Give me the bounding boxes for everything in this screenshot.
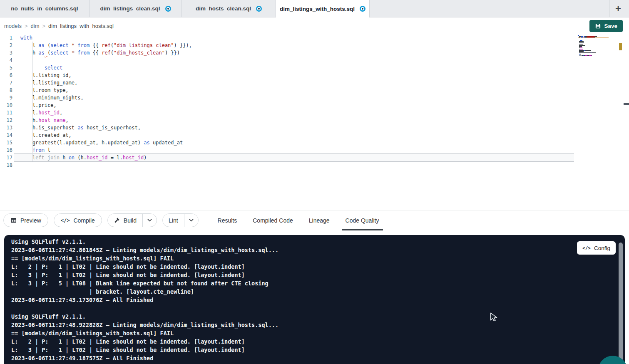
tab-label: dim_listings_clean.sql bbox=[100, 5, 160, 12]
line-number: 8 bbox=[0, 87, 12, 94]
terminal-line: L: 2 | P: 1 | LT02 | Line should not be … bbox=[11, 337, 278, 346]
code-text: l.room_type, bbox=[20, 87, 69, 93]
code-line[interactable]: 7 l.listing_name, bbox=[0, 79, 192, 87]
code-text: l.price, bbox=[20, 102, 57, 108]
tab-compiled-code[interactable]: Compiled Code bbox=[253, 210, 293, 230]
line-number: 3 bbox=[0, 49, 12, 57]
tab-label: dim_hosts_clean.sql bbox=[196, 5, 251, 12]
code-text: from l bbox=[20, 147, 50, 153]
tab-strip-separator bbox=[609, 0, 610, 17]
minimap[interactable] bbox=[578, 35, 609, 57]
breadcrumb-dim[interactable]: dim bbox=[31, 23, 40, 29]
code-text: l.listing_id, bbox=[20, 72, 72, 78]
chevron-down-icon bbox=[147, 218, 152, 223]
code-line[interactable]: 12 h.host_name, bbox=[0, 116, 192, 124]
code-icon: </> bbox=[582, 245, 591, 251]
code-line[interactable]: 15 greatest(l.updated_at, h.updated_at) … bbox=[0, 139, 192, 146]
tab-results[interactable]: Results bbox=[218, 210, 237, 230]
line-number: 14 bbox=[0, 131, 12, 139]
line-number: 7 bbox=[0, 79, 12, 87]
code-editor[interactable]: 1with2 l as (select * from {{ ref("dim_l… bbox=[0, 34, 629, 210]
code-line[interactable]: 6 l.listing_id, bbox=[0, 72, 192, 79]
build-label: Build bbox=[124, 217, 137, 224]
breadcrumb-models[interactable]: models bbox=[4, 23, 22, 29]
code-text: l.host_id, bbox=[20, 110, 62, 116]
editor-tab-bar: no_nulls_in_columns.sql dim_listings_cle… bbox=[0, 0, 629, 17]
line-number: 15 bbox=[0, 139, 12, 146]
line-number: 4 bbox=[0, 57, 12, 64]
terminal-line: Using SQLFluff v2.1.1. bbox=[11, 238, 278, 246]
plus-icon: + bbox=[615, 3, 621, 15]
code-line[interactable]: 16 from l bbox=[0, 146, 192, 154]
code-icon: </> bbox=[61, 218, 70, 223]
code-line[interactable]: 4 bbox=[0, 57, 192, 64]
code-text: left join h on (h.host_id = l.host_id) bbox=[20, 155, 147, 161]
lint-button[interactable]: Lint bbox=[163, 214, 184, 227]
terminal-line: Using SQLFluff v2.1.1. bbox=[11, 312, 278, 321]
panel-tabs: Results Compiled Code Lineage Code Quali… bbox=[218, 210, 379, 230]
code-text: h as (select * from {{ ref("dim_hosts_cl… bbox=[20, 50, 180, 56]
floppy-disk-icon bbox=[595, 23, 601, 29]
code-line[interactable]: 17 left join h on (h.host_id = l.host_id… bbox=[0, 154, 192, 161]
code-line[interactable]: 9 l.minimum_nights, bbox=[0, 94, 192, 102]
tab-code-quality[interactable]: Code Quality bbox=[346, 210, 379, 230]
code-line[interactable]: 2 l as (select * from {{ ref("dim_listin… bbox=[0, 42, 192, 49]
terminal-line: == [models/dim/dim_listings_with_hosts.s… bbox=[11, 254, 278, 262]
save-button[interactable]: Save bbox=[589, 20, 623, 32]
terminal-line: L: 3 | P: 1 | LT02 | Line should not be … bbox=[11, 346, 278, 354]
code-line[interactable]: 14 l.created_at, bbox=[0, 131, 192, 139]
config-button[interactable]: </> Config bbox=[577, 241, 616, 255]
code-text: greatest(l.updated_at, h.updated_at) as … bbox=[20, 140, 183, 146]
code-line[interactable]: 10 l.price, bbox=[0, 102, 192, 109]
line-number: 11 bbox=[0, 109, 12, 116]
code-line[interactable]: 18 bbox=[0, 161, 192, 169]
terminal-scrollbar[interactable] bbox=[619, 243, 623, 361]
terminal-line: L: 3 | P: 1 | LT02 | Line should not be … bbox=[11, 271, 278, 279]
code-text: l.created_at, bbox=[20, 132, 72, 138]
code-text: h.is_superhost as host_is_superhost, bbox=[20, 125, 141, 131]
breadcrumb-file: dim_listings_with_hosts.sql bbox=[48, 23, 114, 29]
code-line[interactable]: 11 l.host_id, bbox=[0, 109, 192, 116]
line-number: 1 bbox=[0, 34, 12, 42]
code-line[interactable]: 3 h as (select * from {{ ref("dim_hosts_… bbox=[0, 49, 192, 57]
modified-dot-icon bbox=[360, 6, 365, 12]
action-bar: Preview </> Compile Build Lint bbox=[0, 210, 629, 230]
tab-dim-hosts-clean[interactable]: dim_hosts_clean.sql bbox=[182, 0, 276, 17]
terminal-line: 2023-06-06T11:27:43.173076Z — All Finish… bbox=[11, 296, 278, 304]
line-number: 5 bbox=[0, 64, 12, 72]
overview-warning-marker bbox=[619, 43, 622, 50]
line-number: 12 bbox=[0, 116, 12, 124]
build-dropdown-button[interactable] bbox=[142, 214, 157, 227]
compile-label: Compile bbox=[73, 217, 94, 224]
lint-output-terminal: Using SQLFluff v2.1.1.2023-06-06T11:27:4… bbox=[4, 235, 625, 364]
line-number: 18 bbox=[0, 161, 12, 169]
hammer-icon bbox=[114, 217, 120, 223]
line-number: 16 bbox=[0, 146, 12, 154]
new-tab-button[interactable]: + bbox=[612, 2, 625, 15]
code-text: l.minimum_nights, bbox=[20, 95, 84, 101]
chevron-right-icon: > bbox=[42, 23, 45, 29]
build-button[interactable]: Build bbox=[108, 214, 142, 227]
tab-dim-listings-with-hosts[interactable]: dim_listings_with_hosts.sql bbox=[276, 0, 370, 17]
compile-button[interactable]: </> Compile bbox=[54, 213, 102, 227]
code-text: h.host_name, bbox=[20, 117, 69, 123]
overview-ruler bbox=[623, 34, 623, 210]
modified-dot-icon bbox=[165, 6, 171, 12]
lint-dropdown-button[interactable] bbox=[184, 214, 198, 227]
breadcrumb: models > dim > dim_listings_with_hosts.s… bbox=[4, 17, 114, 34]
preview-button[interactable]: Preview bbox=[3, 213, 48, 227]
code-line[interactable]: 5 select bbox=[0, 64, 192, 72]
code-text: l as (select * from {{ ref("dim_listings… bbox=[20, 42, 192, 48]
tab-no-nulls-in-columns[interactable]: no_nulls_in_columns.sql bbox=[0, 0, 90, 17]
code-line[interactable]: 8 l.room_type, bbox=[0, 87, 192, 94]
terminal-line: L: 3 | P: 5 | LT08 | Blank line expected… bbox=[11, 279, 278, 287]
code-line[interactable]: 13 h.is_superhost as host_is_superhost, bbox=[0, 124, 192, 131]
scroll-position-marker[interactable] bbox=[624, 103, 629, 105]
tab-lineage[interactable]: Lineage bbox=[309, 210, 330, 230]
tab-dim-listings-clean[interactable]: dim_listings_clean.sql bbox=[90, 0, 182, 17]
build-button-group: Build bbox=[107, 213, 157, 227]
line-number: 9 bbox=[0, 94, 12, 102]
code-line[interactable]: 1with bbox=[0, 34, 192, 42]
dbt-cloud-ide: no_nulls_in_columns.sql dim_listings_cle… bbox=[0, 0, 629, 364]
terminal-line: | bracket. [layout.cte_newline] bbox=[11, 287, 278, 296]
